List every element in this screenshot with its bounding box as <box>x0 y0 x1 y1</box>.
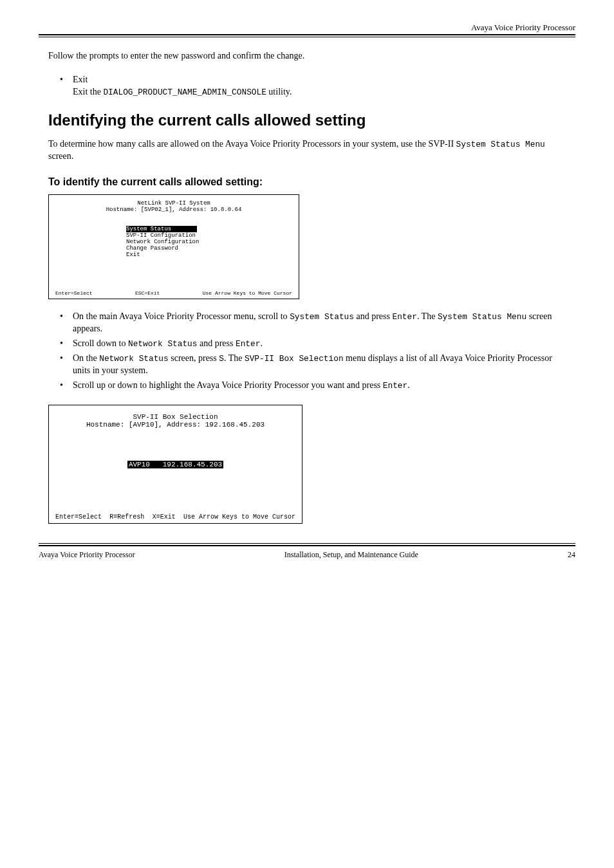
steps-list: On the main Avaya Voice Priority Process… <box>48 311 566 391</box>
term1-host: Hostname: [SVP02_1], Address: 10.8.0.64 <box>55 207 292 213</box>
header-right: Avaya Voice Priority Processor <box>39 23 575 33</box>
terminal-screenshot-1: NetLink SVP-II System Hostname: [SVP02_1… <box>48 194 299 299</box>
header-rule-thin <box>39 37 575 37</box>
step-intro: To identify the current calls allowed se… <box>48 176 566 188</box>
term1-menu-item-selected[interactable]: System Status <box>126 226 197 232</box>
exit-bullet-list: Exit Exit the DIALOG_PRODUCT_NAME_ADMIN_… <box>48 74 566 98</box>
step-4: Scroll up or down to highlight the Avaya… <box>73 380 566 392</box>
section-para: To determine how many calls are allowed … <box>48 138 566 163</box>
terminal-screenshot-2: SVP-II Box Selection Hostname: [AVP10], … <box>48 405 302 524</box>
term1-menu-item[interactable]: Change Password <box>126 245 292 252</box>
page-footer: Avaya Voice Priority Processor Installat… <box>39 550 575 560</box>
footer-page-number: 24 <box>568 550 575 560</box>
term2-title: SVP-II Box Selection <box>55 413 295 421</box>
footer-rule-thick <box>39 545 575 546</box>
step-3: On the Network Status screen, press S. T… <box>73 353 566 377</box>
term2-footer: Enter=Select R=Refresh X=Exit Use Arrow … <box>55 513 295 521</box>
intro-para: Follow the prompts to enter the new pass… <box>48 50 566 62</box>
header-rule-thick <box>39 34 575 35</box>
step-2: Scroll down to Network Status and press … <box>73 338 566 350</box>
term2-host: Hostname: [AVP10], Address: 192.168.45.2… <box>55 421 295 429</box>
footer-rule-thin <box>39 543 575 544</box>
section-heading: Identifying the current calls allowed se… <box>48 111 566 129</box>
step-1: On the main Avaya Voice Priority Process… <box>73 311 566 335</box>
term1-menu-item[interactable]: SVP-II Configuration <box>126 232 292 239</box>
term1-menu-item[interactable]: Network Configuration <box>126 239 292 245</box>
term1-menu: System Status SVP-II Configuration Netwo… <box>126 226 292 258</box>
footer-left: Avaya Voice Priority Processor <box>39 550 135 560</box>
term1-title: NetLink SVP-II System <box>55 200 292 207</box>
term2-selection[interactable]: AVP10 192.168.45.203 <box>55 461 295 468</box>
exit-bullet: Exit Exit the DIALOG_PRODUCT_NAME_ADMIN_… <box>73 74 566 98</box>
term1-footer: Enter=Select ESC=Exit Use Arrow Keys to … <box>55 290 292 296</box>
term1-menu-item[interactable]: Exit <box>126 252 292 258</box>
footer-center: Installation, Setup, and Maintenance Gui… <box>284 550 418 560</box>
